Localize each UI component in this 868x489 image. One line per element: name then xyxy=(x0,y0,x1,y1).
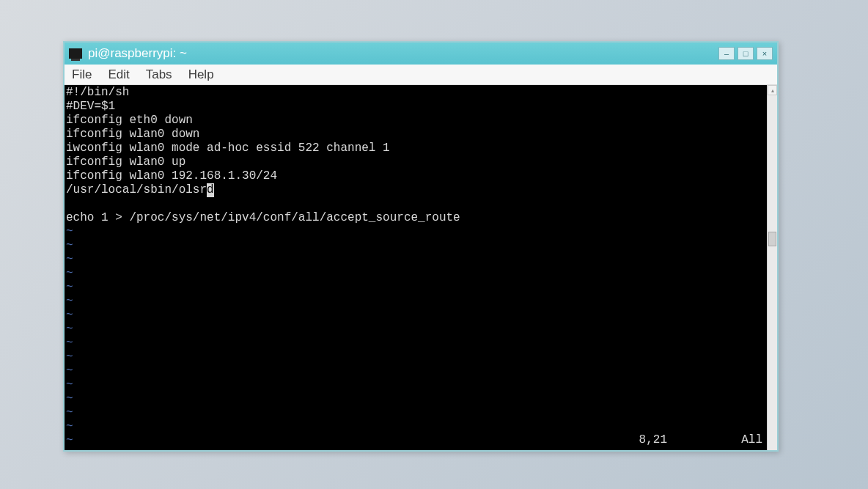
vim-tilde-line: ~ xyxy=(66,378,776,392)
minimize-button[interactable]: – xyxy=(718,47,735,60)
code-line: ifconfig eth0 down xyxy=(66,114,776,128)
vim-tilde-line: ~ xyxy=(66,309,776,323)
menubar: File Edit Tabs Help xyxy=(65,65,777,85)
vim-tilde-line: ~ xyxy=(66,239,776,253)
cursor-prefix: /usr/local/sbin/olsr xyxy=(66,183,207,196)
cursor-block: d xyxy=(207,183,214,197)
vim-cursor-position: 8,21 xyxy=(639,433,667,447)
maximize-button[interactable]: □ xyxy=(738,47,754,60)
code-line: #!/bin/sh xyxy=(66,86,776,100)
scroll-thumb[interactable] xyxy=(768,232,776,246)
menu-edit[interactable]: Edit xyxy=(108,67,129,82)
scrollbar[interactable]: ▴ xyxy=(767,85,777,450)
blank-line xyxy=(66,197,776,211)
code-line: ifconfig wlan0 down xyxy=(66,128,776,141)
menu-tabs[interactable]: Tabs xyxy=(146,67,172,82)
code-line: echo 1 > /proc/sys/net/ipv4/conf/all/acc… xyxy=(66,211,776,225)
code-line: iwconfig wlan0 mode ad-hoc essid 522 cha… xyxy=(66,141,776,155)
vim-tilde-line: ~ xyxy=(66,392,776,406)
terminal-content[interactable]: #!/bin/sh #DEV=$1 ifconfig eth0 down ifc… xyxy=(65,85,777,450)
vim-tilde-line: ~ xyxy=(66,253,776,267)
vim-tilde-line: ~ xyxy=(66,225,776,239)
menu-file[interactable]: File xyxy=(72,67,92,82)
vim-tilde-line: ~ xyxy=(66,350,776,364)
titlebar[interactable]: pi@raspberrypi: ~ – □ × xyxy=(65,43,777,65)
vim-tilde-line: ~ xyxy=(66,267,776,281)
vim-tilde-line: ~ xyxy=(66,434,776,448)
scroll-up-icon[interactable]: ▴ xyxy=(768,85,777,95)
vim-tilde-line: ~ xyxy=(66,364,776,378)
menu-help[interactable]: Help xyxy=(188,67,214,82)
cursor-line: /usr/local/sbin/olsrd xyxy=(66,183,776,197)
vim-tilde-line: ~ xyxy=(66,281,776,295)
code-line: #DEV=$1 xyxy=(66,100,776,114)
window-title: pi@raspberrypi: ~ xyxy=(88,46,713,61)
terminal-window: pi@raspberrypi: ~ – □ × File Edit Tabs H… xyxy=(63,41,779,452)
terminal-app-icon xyxy=(69,48,82,59)
vim-scroll-position: All xyxy=(741,433,762,447)
code-line: ifconfig wlan0 up xyxy=(66,155,776,169)
vim-tilde-line: ~ xyxy=(66,337,776,350)
window-controls: – □ × xyxy=(718,47,773,60)
vim-tilde-line: ~ xyxy=(66,420,776,434)
code-line: ifconfig wlan0 192.168.1.30/24 xyxy=(66,169,776,183)
vim-tilde-line: ~ xyxy=(66,323,776,337)
close-button[interactable]: × xyxy=(757,47,773,60)
vim-tilde-line: ~ xyxy=(66,295,776,309)
vim-tilde-line: ~ xyxy=(66,406,776,420)
